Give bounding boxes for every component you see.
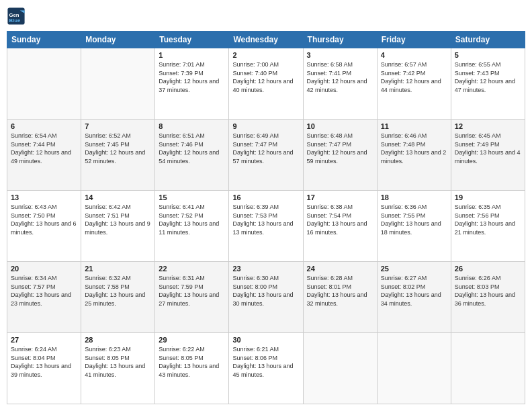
day-number: 8	[159, 122, 225, 130]
logo: Gen Blue	[7, 7, 27, 26]
day-info: Sunrise: 6:49 AM Sunset: 7:47 PM Dayligh…	[232, 132, 299, 165]
calendar-cell: 14Sunrise: 6:42 AM Sunset: 7:51 PM Dayli…	[81, 191, 155, 262]
svg-text:Blue: Blue	[9, 17, 21, 24]
calendar-body: 1Sunrise: 7:01 AM Sunset: 7:39 PM Daylig…	[7, 48, 525, 404]
calendar-cell: 30Sunrise: 6:21 AM Sunset: 8:06 PM Dayli…	[229, 333, 303, 404]
day-info: Sunrise: 6:34 AM Sunset: 7:57 PM Dayligh…	[11, 274, 77, 308]
day-number: 22	[159, 265, 225, 273]
weekday-header-thursday: Thursday	[303, 32, 377, 48]
weekday-header-row: SundayMondayTuesdayWednesdayThursdayFrid…	[7, 32, 525, 48]
calendar-cell: 6Sunrise: 6:54 AM Sunset: 7:44 PM Daylig…	[7, 120, 81, 191]
day-number: 27	[11, 336, 77, 344]
day-info: Sunrise: 6:55 AM Sunset: 7:43 PM Dayligh…	[455, 60, 521, 94]
calendar-table: SundayMondayTuesdayWednesdayThursdayFrid…	[7, 31, 525, 404]
calendar-week-4: 20Sunrise: 6:34 AM Sunset: 7:57 PM Dayli…	[7, 262, 525, 333]
calendar-cell: 25Sunrise: 6:27 AM Sunset: 8:02 PM Dayli…	[377, 262, 451, 333]
day-number: 11	[381, 122, 447, 130]
calendar-cell: 27Sunrise: 6:24 AM Sunset: 8:04 PM Dayli…	[7, 333, 81, 404]
day-info: Sunrise: 6:48 AM Sunset: 7:47 PM Dayligh…	[307, 132, 373, 165]
calendar-cell	[7, 48, 81, 120]
calendar-cell: 10Sunrise: 6:48 AM Sunset: 7:47 PM Dayli…	[303, 120, 377, 191]
calendar-cell: 21Sunrise: 6:32 AM Sunset: 7:58 PM Dayli…	[81, 262, 155, 333]
day-info: Sunrise: 6:54 AM Sunset: 7:44 PM Dayligh…	[11, 132, 77, 165]
day-info: Sunrise: 6:38 AM Sunset: 7:54 PM Dayligh…	[307, 203, 373, 236]
day-number: 2	[232, 51, 299, 59]
calendar-cell: 12Sunrise: 6:45 AM Sunset: 7:49 PM Dayli…	[451, 120, 525, 191]
day-info: Sunrise: 6:43 AM Sunset: 7:50 PM Dayligh…	[11, 203, 77, 236]
calendar-cell: 1Sunrise: 7:01 AM Sunset: 7:39 PM Daylig…	[155, 48, 229, 120]
day-info: Sunrise: 6:36 AM Sunset: 7:55 PM Dayligh…	[381, 203, 447, 236]
day-info: Sunrise: 6:22 AM Sunset: 8:05 PM Dayligh…	[159, 345, 225, 379]
day-info: Sunrise: 6:45 AM Sunset: 7:49 PM Dayligh…	[455, 132, 521, 165]
calendar-header: SundayMondayTuesdayWednesdayThursdayFrid…	[7, 32, 525, 48]
day-number: 18	[381, 193, 447, 201]
day-number: 6	[11, 122, 77, 130]
day-number: 24	[307, 265, 373, 273]
day-info: Sunrise: 6:24 AM Sunset: 8:04 PM Dayligh…	[11, 345, 77, 379]
calendar-cell: 28Sunrise: 6:23 AM Sunset: 8:05 PM Dayli…	[81, 333, 155, 404]
day-number: 19	[455, 193, 521, 201]
calendar-cell	[81, 48, 155, 120]
calendar-cell: 15Sunrise: 6:41 AM Sunset: 7:52 PM Dayli…	[155, 191, 229, 262]
calendar-cell: 22Sunrise: 6:31 AM Sunset: 7:59 PM Dayli…	[155, 262, 229, 333]
day-number: 21	[85, 265, 151, 273]
calendar-cell: 17Sunrise: 6:38 AM Sunset: 7:54 PM Dayli…	[303, 191, 377, 262]
day-info: Sunrise: 6:58 AM Sunset: 7:41 PM Dayligh…	[307, 60, 373, 94]
day-number: 29	[159, 336, 225, 344]
day-info: Sunrise: 6:52 AM Sunset: 7:45 PM Dayligh…	[85, 132, 151, 165]
day-number: 20	[11, 265, 77, 273]
calendar-cell: 26Sunrise: 6:26 AM Sunset: 8:03 PM Dayli…	[451, 262, 525, 333]
day-info: Sunrise: 6:23 AM Sunset: 8:05 PM Dayligh…	[85, 345, 151, 379]
day-number: 16	[232, 193, 299, 201]
day-number: 3	[307, 51, 373, 59]
day-info: Sunrise: 6:57 AM Sunset: 7:42 PM Dayligh…	[381, 60, 447, 94]
calendar-cell: 18Sunrise: 6:36 AM Sunset: 7:55 PM Dayli…	[377, 191, 451, 262]
day-info: Sunrise: 6:27 AM Sunset: 8:02 PM Dayligh…	[381, 274, 447, 308]
calendar-cell: 29Sunrise: 6:22 AM Sunset: 8:05 PM Dayli…	[155, 333, 229, 404]
calendar-cell: 9Sunrise: 6:49 AM Sunset: 7:47 PM Daylig…	[229, 120, 303, 191]
day-number: 14	[85, 193, 151, 201]
day-info: Sunrise: 6:31 AM Sunset: 7:59 PM Dayligh…	[159, 274, 225, 308]
weekday-header-tuesday: Tuesday	[155, 32, 229, 48]
calendar-cell: 2Sunrise: 7:00 AM Sunset: 7:40 PM Daylig…	[229, 48, 303, 120]
day-info: Sunrise: 6:46 AM Sunset: 7:48 PM Dayligh…	[381, 132, 447, 165]
day-info: Sunrise: 6:30 AM Sunset: 8:00 PM Dayligh…	[232, 274, 299, 308]
calendar-week-2: 6Sunrise: 6:54 AM Sunset: 7:44 PM Daylig…	[7, 120, 525, 191]
calendar-cell: 7Sunrise: 6:52 AM Sunset: 7:45 PM Daylig…	[81, 120, 155, 191]
day-number: 17	[307, 193, 373, 201]
calendar-cell	[303, 333, 377, 404]
day-number: 15	[159, 193, 225, 201]
day-number: 7	[85, 122, 151, 130]
day-number: 25	[381, 265, 447, 273]
day-number: 10	[307, 122, 373, 130]
day-info: Sunrise: 6:42 AM Sunset: 7:51 PM Dayligh…	[85, 203, 151, 236]
calendar-cell: 23Sunrise: 6:30 AM Sunset: 8:00 PM Dayli…	[229, 262, 303, 333]
day-info: Sunrise: 6:39 AM Sunset: 7:53 PM Dayligh…	[232, 203, 299, 236]
calendar-cell: 8Sunrise: 6:51 AM Sunset: 7:46 PM Daylig…	[155, 120, 229, 191]
calendar-cell: 3Sunrise: 6:58 AM Sunset: 7:41 PM Daylig…	[303, 48, 377, 120]
day-info: Sunrise: 6:26 AM Sunset: 8:03 PM Dayligh…	[455, 274, 521, 308]
day-info: Sunrise: 6:41 AM Sunset: 7:52 PM Dayligh…	[159, 203, 225, 236]
logo-icon: Gen Blue	[7, 7, 26, 26]
calendar-cell: 5Sunrise: 6:55 AM Sunset: 7:43 PM Daylig…	[451, 48, 525, 120]
day-number: 5	[455, 51, 521, 59]
day-number: 26	[455, 265, 521, 273]
calendar-cell: 11Sunrise: 6:46 AM Sunset: 7:48 PM Dayli…	[377, 120, 451, 191]
calendar-cell: 20Sunrise: 6:34 AM Sunset: 7:57 PM Dayli…	[7, 262, 81, 333]
weekday-header-wednesday: Wednesday	[229, 32, 303, 48]
header: Gen Blue	[7, 7, 525, 26]
day-info: Sunrise: 7:00 AM Sunset: 7:40 PM Dayligh…	[232, 60, 299, 94]
day-number: 28	[85, 336, 151, 344]
day-number: 13	[11, 193, 77, 201]
day-info: Sunrise: 7:01 AM Sunset: 7:39 PM Dayligh…	[159, 60, 225, 94]
calendar-week-5: 27Sunrise: 6:24 AM Sunset: 8:04 PM Dayli…	[7, 333, 525, 404]
calendar-cell: 24Sunrise: 6:28 AM Sunset: 8:01 PM Dayli…	[303, 262, 377, 333]
calendar-week-1: 1Sunrise: 7:01 AM Sunset: 7:39 PM Daylig…	[7, 48, 525, 120]
day-info: Sunrise: 6:28 AM Sunset: 8:01 PM Dayligh…	[307, 274, 373, 308]
day-number: 12	[455, 122, 521, 130]
calendar-week-3: 13Sunrise: 6:43 AM Sunset: 7:50 PM Dayli…	[7, 191, 525, 262]
day-info: Sunrise: 6:51 AM Sunset: 7:46 PM Dayligh…	[159, 132, 225, 165]
day-number: 23	[232, 265, 299, 273]
day-info: Sunrise: 6:21 AM Sunset: 8:06 PM Dayligh…	[232, 345, 299, 379]
day-number: 1	[159, 51, 225, 59]
